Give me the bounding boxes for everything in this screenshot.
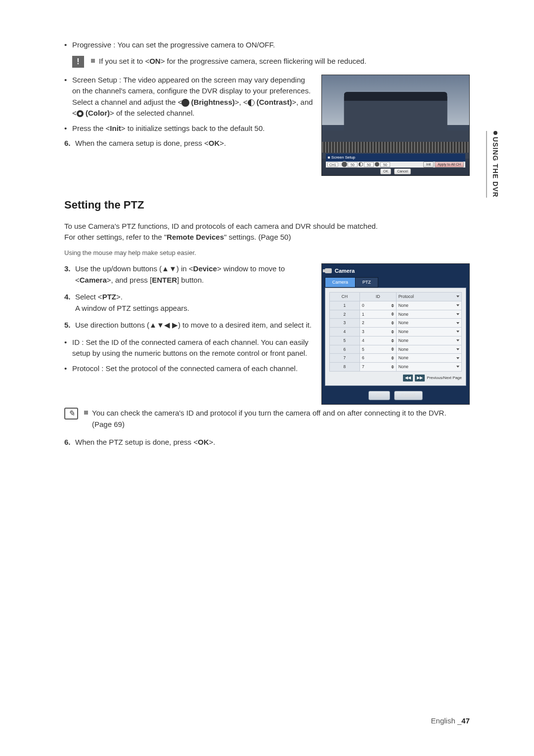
cell-protocol[interactable]: None <box>396 363 461 372</box>
color-icon <box>77 110 84 117</box>
cell-protocol[interactable]: None <box>396 354 461 363</box>
screen-setup-screenshot: ■ Screen Setup CH1 50 50 50 Init Apply t… <box>321 75 470 176</box>
ptz-intro-1: To use Camera's PTZ functions, ID and pr… <box>64 221 470 232</box>
table-row: 10None <box>330 301 462 310</box>
cell-protocol[interactable]: None <box>396 345 461 354</box>
prev-page-button[interactable]: ◀◀ <box>403 375 413 381</box>
cell-protocol[interactable]: None <box>396 336 461 345</box>
brightness-icon <box>182 99 189 106</box>
next-page-button[interactable]: ▶▶ <box>415 375 425 381</box>
col-protocol[interactable]: Protocol <box>396 293 461 301</box>
contrast-icon <box>248 99 255 106</box>
tab-ptz[interactable]: PTZ <box>355 277 378 288</box>
cell-id[interactable]: 7 <box>359 363 396 372</box>
table-row: 65None <box>330 345 462 354</box>
cell-ch: 3 <box>330 319 360 328</box>
ptz-table: CH ID Protocol 10None21None32None43None5… <box>329 292 462 372</box>
caution-icon: ! <box>72 56 84 68</box>
chevron-down-icon <box>456 366 459 368</box>
chevron-down-icon <box>456 357 459 359</box>
chevron-down-icon <box>456 295 459 297</box>
step-6b-item: 6. When the PTZ setup is done, press <OK… <box>64 437 470 448</box>
ss2-ok-button[interactable]: OK <box>368 391 390 401</box>
cell-protocol[interactable]: None <box>396 301 461 310</box>
step-6b: 6. When the PTZ setup is done, press <OK… <box>64 437 470 448</box>
table-row: 87None <box>330 363 462 372</box>
contrast-value[interactable]: 50 <box>364 162 374 167</box>
cell-ch: 8 <box>330 363 360 372</box>
chevron-down-icon <box>456 313 459 315</box>
protocol-bullet: Protocol : Set the protocol of the conne… <box>64 363 314 375</box>
step-5: 5. Use direction buttons (▲▼◀ ▶) to move… <box>64 320 314 331</box>
note-text: You can check the camera's ID and protoc… <box>92 408 446 430</box>
step-4: 4. Select <PTZ>. A window of PTZ setting… <box>64 292 314 314</box>
chevron-down-icon <box>456 339 459 341</box>
cell-protocol[interactable]: None <box>396 328 461 336</box>
table-row: 54None <box>330 336 462 345</box>
ss2-title: Camera <box>325 267 466 275</box>
color-icon <box>375 162 379 167</box>
contrast-icon <box>358 162 363 167</box>
col-ch: CH <box>330 293 360 301</box>
brightness-value[interactable]: 50 <box>348 162 357 167</box>
ss1-titlebar: ■ Screen Setup <box>326 154 465 162</box>
col-id: ID <box>359 293 396 301</box>
camera-icon <box>325 268 332 273</box>
ss1-channel[interactable]: CH1 <box>327 162 338 167</box>
cell-ch: 1 <box>330 301 360 310</box>
chevron-down-icon <box>456 322 459 324</box>
ss2-panel: CH ID Protocol 10None21None32None43None5… <box>325 288 466 386</box>
cell-ch: 5 <box>330 336 360 345</box>
screen-setup-bullet: Screen Setup : The video appeared on the… <box>64 75 314 119</box>
ptz-screenshot: Camera Camera PTZ CH ID Protocol 10None2… <box>321 263 470 405</box>
ptz-steps: 3. Use the up/down buttons (▲▼) in <Devi… <box>64 263 314 331</box>
init-button[interactable]: Init <box>423 162 434 168</box>
note-id-protocol: ✎ You can check the camera's ID and prot… <box>64 408 470 430</box>
chevron-down-icon <box>456 348 459 350</box>
table-row: 21None <box>330 310 462 319</box>
note-icon: ✎ <box>64 408 78 420</box>
ptz-intro-2: For other settings, refer to the "Remote… <box>64 232 470 243</box>
tab-camera[interactable]: Camera <box>325 277 356 288</box>
ptz-heading: Setting the PTZ <box>64 197 470 213</box>
cell-id[interactable]: 3 <box>359 328 396 336</box>
cell-id[interactable]: 1 <box>359 310 396 319</box>
brightness-icon <box>342 162 347 167</box>
bullet-square-icon <box>91 59 95 63</box>
step-3: 3. Use the up/down buttons (▲▼) in <Devi… <box>64 263 314 286</box>
color-value[interactable]: 50 <box>380 162 390 167</box>
ss1-toolbar: CH1 50 50 50 Init Apply to All CH <box>326 162 465 168</box>
bullet-square-icon <box>84 411 88 415</box>
table-row: 32None <box>330 319 462 328</box>
cell-ch: 2 <box>330 310 360 319</box>
ptz-sub-bullets: ID : Set the ID of the connected camera … <box>64 337 314 375</box>
alert-on-note: ! If you set it to <ON> for the progress… <box>72 56 470 68</box>
cell-id[interactable]: 4 <box>359 336 396 345</box>
cell-id[interactable]: 5 <box>359 345 396 354</box>
pager: ◀◀ ▶▶ Previous/Next Page <box>329 375 462 381</box>
alert-text: If you set it to <ON> for the progressiv… <box>99 56 366 67</box>
step-6a: 6. When the camera setup is done, press … <box>64 138 314 149</box>
ss2-tabs: Camera PTZ <box>325 277 466 288</box>
ss1-cancel-button[interactable]: Cancel <box>394 168 411 174</box>
progressive-bullet: Progressive : You can set the progressiv… <box>64 40 470 51</box>
id-bullet: ID : Set the ID of the connected camera … <box>64 337 314 359</box>
ss2-cancel-button[interactable]: Cancel <box>394 391 423 401</box>
ss1-ok-button[interactable]: OK <box>380 168 391 174</box>
step-6a-item: 6. When the camera setup is done, press … <box>64 138 314 149</box>
cell-id[interactable]: 6 <box>359 354 396 363</box>
cell-protocol[interactable]: None <box>396 319 461 328</box>
page-footer: English _47 <box>431 715 470 727</box>
cell-protocol[interactable]: None <box>396 310 461 319</box>
cell-ch: 7 <box>330 354 360 363</box>
cell-ch: 6 <box>330 345 360 354</box>
table-row: 76None <box>330 354 462 363</box>
screen-setup-bullets: Screen Setup : The video appeared on the… <box>64 75 314 134</box>
cell-id[interactable]: 0 <box>359 301 396 310</box>
mouse-note: Using the mouse may help make setup easi… <box>64 248 470 258</box>
table-row: 43None <box>330 328 462 336</box>
apply-all-button[interactable]: Apply to All CH <box>435 162 464 168</box>
init-bullet: Press the <Init> to initialize settings … <box>64 123 314 134</box>
cell-id[interactable]: 2 <box>359 319 396 328</box>
chevron-down-icon <box>456 304 459 306</box>
